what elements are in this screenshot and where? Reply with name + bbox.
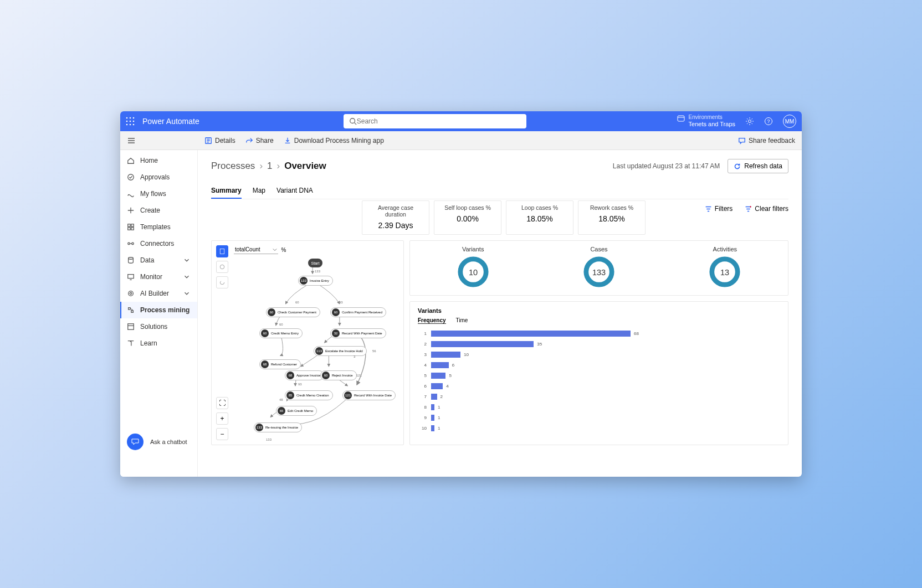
bar-row[interactable]: 64 [418, 381, 780, 391]
breadcrumb-mid[interactable]: 1 [267, 161, 272, 172]
kpi-label: Loop cases % [512, 204, 567, 211]
edge-label: 93 [339, 301, 343, 304]
bar-row[interactable]: 72 [418, 391, 780, 402]
svg-point-12 [749, 120, 751, 123]
kpi-card: Average case duration2.39 Days [362, 200, 429, 235]
fullscreen-button[interactable]: ⛶ [216, 397, 228, 409]
svg-rect-17 [128, 224, 130, 226]
gear-icon[interactable] [745, 117, 754, 126]
share-feedback-button[interactable]: Share feedback [738, 137, 795, 145]
bar-row[interactable]: 235 [418, 339, 780, 349]
refresh-icon [734, 163, 741, 170]
clear-filters-button[interactable]: Clear filters [745, 205, 788, 213]
chatbot-label: Ask a chatbot [150, 439, 187, 445]
variants-tab-time[interactable]: Time [456, 317, 468, 324]
sidebar-item-create[interactable]: Create [120, 202, 197, 219]
share-button[interactable]: Share [245, 137, 274, 145]
svg-point-0 [126, 117, 128, 119]
process-node[interactable]: 133Re-issuing the Invoice [254, 422, 302, 432]
refresh-button[interactable]: Refresh data [728, 159, 788, 173]
search-box[interactable] [344, 114, 526, 128]
kpi-value: 18.05% [584, 214, 639, 223]
svg-point-26 [130, 292, 132, 295]
process-node[interactable]: 60Credit Memo Entry [259, 328, 303, 338]
svg-point-29 [220, 265, 224, 269]
environment-icon [677, 114, 685, 123]
svg-point-25 [129, 291, 134, 296]
bar-row[interactable]: 168 [418, 328, 780, 339]
environment-picker[interactable]: Environments Tenets and Traps [677, 114, 735, 128]
bar-row[interactable]: 101 [418, 423, 780, 434]
process-node[interactable]: 85Credit Memo Creation [285, 390, 333, 400]
process-node[interactable]: 60Check Customer Payment [266, 307, 320, 317]
hamburger-icon[interactable] [127, 136, 136, 145]
variants-tab-frequency[interactable]: Frequency [418, 317, 446, 324]
svg-point-22 [132, 243, 134, 245]
tab-map[interactable]: Map [253, 183, 265, 199]
sidebar-item-approvals[interactable]: Approvals [120, 169, 197, 185]
svg-rect-18 [131, 224, 134, 226]
edge-label: 133 [266, 438, 272, 441]
kpi-value: 18.05% [512, 214, 567, 223]
svg-rect-19 [128, 228, 130, 230]
filters-button[interactable]: Filters [705, 205, 733, 213]
chatbot-button[interactable]: Ask a chatbot [120, 434, 197, 450]
map-view-alt1[interactable] [216, 261, 228, 273]
details-button[interactable]: Details [204, 137, 235, 145]
zoom-out-button[interactable]: − [216, 428, 228, 440]
svg-point-23 [129, 257, 134, 260]
svg-rect-24 [128, 275, 134, 278]
chevron-down-icon [183, 290, 191, 297]
process-node[interactable]: 60Confirm Payment Received [330, 307, 386, 317]
variants-title: Variants [418, 307, 780, 314]
process-node[interactable]: 68Approve Invoice [285, 370, 324, 380]
bar-row[interactable]: 46 [418, 360, 780, 370]
sidebar-item-processmining[interactable]: Process mining [120, 302, 197, 318]
kpi-label: Average case duration [368, 204, 423, 218]
last-updated: Last updated August 23 at 11:47 AM [613, 162, 720, 170]
tab-summary[interactable]: Summary [211, 183, 242, 199]
edge-label: 60 [295, 301, 299, 304]
chevron-down-icon [183, 256, 191, 264]
process-node[interactable]: 113Escalate the Invoice Hold [314, 346, 367, 356]
svg-point-4 [130, 121, 131, 122]
sidebar-item-solutions[interactable]: Solutions [120, 318, 197, 335]
tab-variantdna[interactable]: Variant DNA [276, 183, 313, 199]
breadcrumb-root[interactable]: Processes [211, 161, 255, 172]
kpi-card: Rework cases %18.05% [578, 200, 646, 235]
sidebar-item-data[interactable]: Data [120, 252, 197, 269]
bar-row[interactable]: 310 [418, 349, 780, 360]
bar-row[interactable]: 55 [418, 370, 780, 381]
help-icon[interactable]: ? [764, 117, 773, 126]
process-node[interactable]: 121Record With Invoice Date [342, 390, 396, 400]
chevron-down-icon [183, 273, 191, 281]
sidebar-item-templates[interactable]: Templates [120, 219, 197, 235]
process-node[interactable]: 32Record With Payment Date [330, 328, 386, 338]
process-node[interactable]: 68Refund Customer [259, 359, 301, 369]
map-view-default[interactable] [216, 245, 228, 257]
bar-row[interactable]: 81 [418, 402, 780, 412]
zoom-in-button[interactable]: + [216, 412, 228, 425]
svg-text:10: 10 [469, 268, 478, 277]
process-node[interactable]: 65Edit Credit Memo [276, 406, 317, 416]
variants-bar-chart: 168235310465564728191101 [418, 328, 780, 434]
app-title: Power Automate [142, 117, 199, 126]
sidebar-item-monitor[interactable]: Monitor [120, 269, 197, 285]
search-input[interactable] [357, 117, 521, 125]
svg-point-2 [133, 117, 135, 119]
svg-point-7 [130, 124, 131, 126]
command-bar: Details Share Download Process Mining ap… [120, 131, 802, 150]
bar-row[interactable]: 91 [418, 412, 780, 423]
process-node[interactable]: 60Reject Invoice [320, 370, 357, 380]
sidebar-item-aibuilder[interactable]: AI Builder [120, 285, 197, 302]
map-view-alt2[interactable] [216, 276, 228, 288]
sidebar-item-home[interactable]: Home [120, 152, 197, 169]
download-app-button[interactable]: Download Process Mining app [284, 137, 384, 145]
sidebar-item-learn[interactable]: Learn [120, 335, 197, 352]
waffle-icon[interactable] [126, 117, 135, 126]
process-node[interactable]: 133Invoice Entry [298, 276, 333, 286]
sidebar-item-myflows[interactable]: My flows [120, 185, 197, 202]
ring-cases: Cases133 [583, 246, 615, 290]
avatar[interactable]: MM [783, 115, 796, 128]
sidebar-item-connectors[interactable]: Connectors [120, 235, 197, 252]
